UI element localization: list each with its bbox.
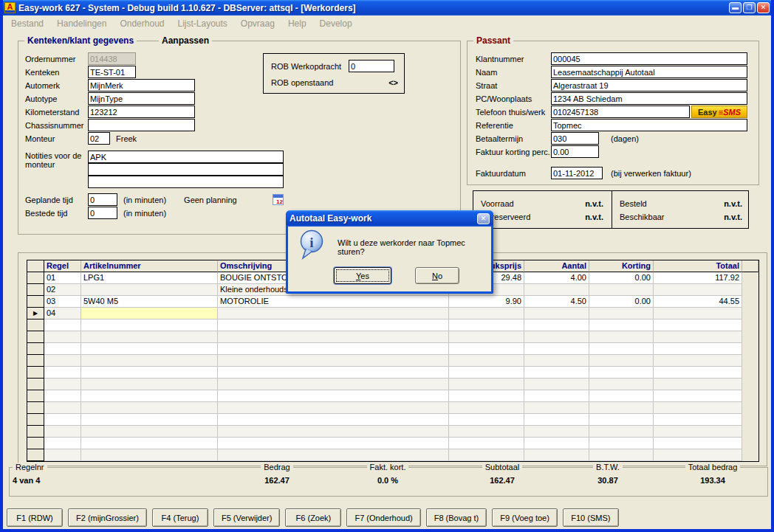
monteur-code-field[interactable]	[88, 132, 110, 145]
grid-cell-artikelnummer[interactable]	[81, 379, 218, 390]
grid-cell-totaal[interactable]	[654, 402, 742, 414]
betaaltermijn-field[interactable]	[551, 132, 599, 145]
grid-cell-stuksprijs[interactable]	[449, 426, 524, 438]
grid-cell-korting[interactable]	[589, 449, 654, 461]
grid-cell-aantal[interactable]	[524, 438, 589, 449]
grid-cell-korting[interactable]	[589, 426, 654, 438]
grid-cell-stuksprijs[interactable]	[449, 367, 524, 379]
grid-cell-artikelnummer[interactable]: LPG1	[81, 272, 218, 284]
grid-cell-aantal[interactable]: 4.50	[524, 296, 589, 308]
grid-cell-omschrijving[interactable]	[218, 355, 449, 367]
row-selector-cell[interactable]	[27, 284, 44, 296]
grid-cell-artikelnummer[interactable]	[81, 438, 218, 449]
grid-cell-korting[interactable]	[589, 390, 654, 402]
grid-cell-aantal[interactable]	[524, 449, 589, 461]
grid-cell-korting[interactable]	[589, 284, 654, 296]
grid-cell-totaal[interactable]	[654, 308, 742, 319]
menu-item-help[interactable]: Help	[281, 18, 313, 29]
grid-cell-totaal[interactable]	[654, 319, 742, 331]
autotype-field[interactable]	[88, 92, 195, 105]
grid-cell-aantal[interactable]	[524, 355, 589, 367]
grid-cell-totaal[interactable]	[654, 414, 742, 426]
referentie-field[interactable]	[551, 119, 747, 131]
grid-cell-artikelnummer[interactable]	[81, 414, 218, 426]
grid-cell-korting[interactable]	[589, 367, 654, 379]
grid-cell-regel[interactable]	[44, 390, 81, 402]
grid-cell-korting[interactable]	[589, 414, 654, 426]
row-selector-cell[interactable]	[27, 438, 44, 449]
menu-item-bestand[interactable]: Bestand	[4, 18, 50, 29]
grid-cell-regel[interactable]: 02	[44, 284, 81, 296]
grid-cell-artikelnummer[interactable]	[81, 319, 218, 331]
grid-cell-omschrijving[interactable]	[218, 331, 449, 343]
grid-cell-stuksprijs[interactable]	[449, 390, 524, 402]
grid-cell-totaal[interactable]	[654, 379, 742, 390]
grid-cell-stuksprijs[interactable]	[449, 308, 524, 319]
row-selector-cell[interactable]	[27, 426, 44, 438]
grid-cell-totaal[interactable]: 117.92	[654, 272, 742, 284]
grid-cell-aantal[interactable]	[524, 426, 589, 438]
faktuur-korting-field[interactable]	[551, 145, 599, 158]
grid-cell-aantal[interactable]	[524, 319, 589, 331]
grid-cell-stuksprijs[interactable]	[449, 343, 524, 355]
row-selector-cell[interactable]	[27, 296, 44, 308]
grid-cell-artikelnummer[interactable]	[81, 355, 218, 367]
row-selector-cell[interactable]	[27, 367, 44, 379]
grid-cell-artikelnummer[interactable]	[81, 308, 218, 319]
row-selector-cell[interactable]	[27, 331, 44, 343]
grid-cell-omschrijving[interactable]	[218, 438, 449, 449]
grid-cell-korting[interactable]	[589, 379, 654, 390]
close-button[interactable]: ✕	[757, 2, 770, 13]
rob-werkopdracht-field[interactable]	[349, 60, 394, 72]
grid-cell-artikelnummer[interactable]	[81, 284, 218, 296]
grid-cell-regel[interactable]	[44, 449, 81, 461]
fkey-button-f4[interactable]: F4 (Terug)	[152, 508, 208, 527]
fkey-button-f5[interactable]: F5 (Verwijder)	[213, 508, 280, 527]
grid-cell-stuksprijs[interactable]	[449, 355, 524, 367]
grid-cell-totaal[interactable]: 44.55	[654, 296, 742, 308]
grid-cell-artikelnummer[interactable]: 5W40 M5	[81, 296, 218, 308]
dialog-close-icon[interactable]: ✕	[477, 213, 490, 224]
row-selector-cell[interactable]	[27, 390, 44, 402]
grid-cell-artikelnummer[interactable]	[81, 390, 218, 402]
grid-cell-korting[interactable]: 0.00	[589, 296, 654, 308]
grid-cell-aantal[interactable]: 4.00	[524, 272, 589, 284]
grid-cell-omschrijving[interactable]	[218, 319, 449, 331]
row-selector-cell[interactable]	[27, 319, 44, 331]
grid-cell-regel[interactable]	[44, 402, 81, 414]
grid-cell-aantal[interactable]	[524, 379, 589, 390]
kenteken-field[interactable]	[88, 66, 136, 78]
telefoon-field[interactable]	[551, 106, 690, 118]
notities-line1-field[interactable]	[88, 151, 284, 163]
straat-field[interactable]	[551, 79, 747, 91]
fkey-button-f6[interactable]: F6 (Zoek)	[285, 508, 341, 527]
naam-field[interactable]	[551, 66, 747, 78]
grid-cell-korting[interactable]	[589, 402, 654, 414]
row-selector-cell[interactable]	[27, 402, 44, 414]
grid-cell-stuksprijs[interactable]	[449, 402, 524, 414]
row-selector-cell[interactable]	[27, 414, 44, 426]
grid-cell-korting[interactable]: 0.00	[589, 272, 654, 284]
menu-item-handelingen[interactable]: Handelingen	[50, 18, 113, 29]
grid-cell-omschrijving[interactable]	[218, 426, 449, 438]
row-selector-cell[interactable]	[27, 449, 44, 461]
maximize-button[interactable]: ❐	[743, 2, 756, 13]
fkey-button-f10[interactable]: F10 (SMS)	[563, 508, 619, 527]
grid-cell-regel[interactable]	[44, 343, 81, 355]
grid-cell-regel[interactable]: 01	[44, 272, 81, 284]
grid-cell-regel[interactable]	[44, 355, 81, 367]
grid-cell-artikelnummer[interactable]	[81, 343, 218, 355]
grid-cell-omschrijving[interactable]	[218, 449, 449, 461]
grid-cell-aantal[interactable]	[524, 402, 589, 414]
grid-cell-korting[interactable]	[589, 438, 654, 449]
grid-cell-stuksprijs[interactable]	[449, 449, 524, 461]
grid-cell-regel[interactable]	[44, 414, 81, 426]
grid-cell-regel[interactable]: 03	[44, 296, 81, 308]
notities-line3-field[interactable]	[88, 176, 284, 188]
grid-cell-totaal[interactable]	[654, 355, 742, 367]
grid-cell-aantal[interactable]	[524, 367, 589, 379]
no-button[interactable]: No	[415, 267, 459, 284]
menu-item-onderhoud[interactable]: Onderhoud	[113, 18, 171, 29]
grid-cell-korting[interactable]	[589, 319, 654, 331]
fkey-button-f2[interactable]: F2 (mijnGrossier)	[68, 508, 147, 527]
